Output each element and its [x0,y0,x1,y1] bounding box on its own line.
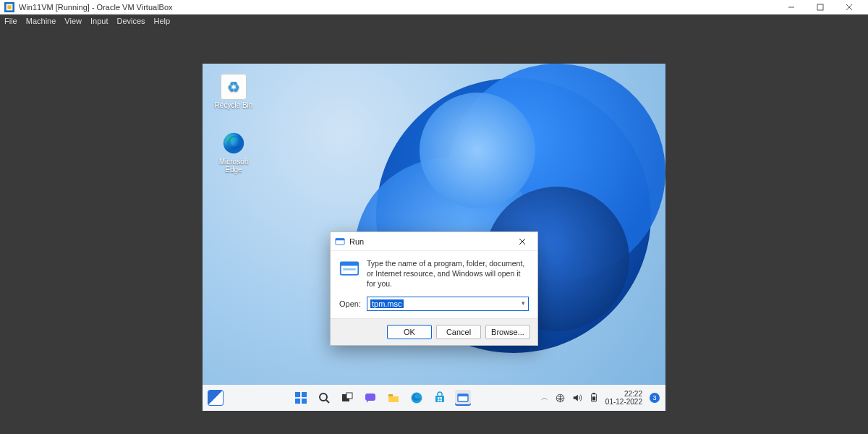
run-title-text: Run [349,237,364,246]
run-cancel-button[interactable]: Cancel [436,325,481,339]
svg-rect-16 [302,392,307,397]
menu-devices[interactable]: Devices [116,17,145,25]
vm-host-area: Recycle Bin Microsoft Edge Run Type the … [0,27,868,434]
close-button[interactable] [835,0,864,14]
run-dialog-icon [339,258,359,278]
tray-chevron-icon[interactable]: ︿ [541,393,548,403]
minimize-button[interactable] [777,0,806,14]
battery-icon[interactable] [590,393,598,403]
run-open-combobox[interactable]: tpm.msc ▾ [367,297,529,311]
desktop-icon-recycle-bin[interactable]: Recycle Bin [213,74,255,109]
desktop-icon-microsoft-edge[interactable]: Microsoft Edge [213,130,255,174]
start-button[interactable] [293,390,309,406]
svg-rect-35 [592,393,595,394]
chat-button[interactable] [362,390,378,406]
window-title: Win11VM [Running] - Oracle VM VirtualBox [19,3,173,12]
svg-rect-27 [438,397,440,399]
store-button[interactable] [432,390,448,406]
run-open-value: tpm.msc [370,299,404,308]
run-description: Type the name of a program, folder, docu… [367,258,529,289]
menu-view[interactable]: View [64,17,82,25]
taskview-icon [341,391,354,404]
edge-button[interactable] [409,390,425,406]
edge-icon [410,391,423,404]
svg-rect-28 [440,397,442,399]
desktop-icon-label: Microsoft Edge [213,158,255,174]
svg-rect-29 [438,400,440,402]
taskbar-center [223,390,541,406]
run-dialog: Run Type the name of a program, folder, … [330,231,538,346]
notification-badge[interactable]: 3 [650,393,660,403]
tray-clock[interactable]: 22:22 01-12-2022 [605,390,642,406]
desktop-icon-label: Recycle Bin [213,101,255,109]
svg-rect-15 [295,392,300,397]
svg-line-20 [326,400,329,403]
svg-rect-13 [341,262,359,265]
volume-icon[interactable] [572,393,582,403]
menu-machine[interactable]: Machine [26,17,56,25]
tray-time: 22:22 [605,390,642,398]
menu-help[interactable]: Help [154,17,171,25]
menu-file[interactable]: File [4,17,17,25]
virtualbox-menubar: File Machine View Input Devices Help [0,14,868,27]
virtualbox-icon [4,2,14,12]
virtualbox-titlebar: Win11VM [Running] - Oracle VM VirtualBox [0,0,868,14]
guest-desktop[interactable]: Recycle Bin Microsoft Edge Run Type the … [203,64,665,411]
svg-rect-26 [435,396,444,402]
run-open-label: Open: [339,299,361,308]
edge-icon [221,130,247,156]
svg-rect-30 [440,400,442,402]
svg-rect-2 [7,5,11,9]
svg-rect-36 [592,396,595,400]
search-button[interactable] [316,390,332,406]
windows-icon [294,391,307,404]
svg-rect-24 [388,394,393,396]
svg-rect-14 [343,268,356,271]
chat-icon [364,391,377,404]
taskview-button[interactable] [339,390,355,406]
run-titlebar[interactable]: Run [331,232,537,251]
chevron-down-icon[interactable]: ▾ [522,299,525,307]
taskbar-tray: ︿ 22:22 01-12-2022 3 [541,390,660,406]
maximize-button[interactable] [806,0,835,14]
store-icon [433,391,446,404]
run-close-button[interactable] [511,234,533,250]
search-icon [318,391,331,404]
svg-point-19 [320,393,327,401]
menu-input[interactable]: Input [90,17,108,25]
taskbar: ︿ 22:22 01-12-2022 3 [203,385,665,411]
svg-rect-4 [817,4,823,10]
run-taskbar-button[interactable] [455,390,471,406]
svg-rect-32 [458,394,468,396]
tray-date: 01-12-2022 [605,398,642,406]
run-icon [456,391,469,404]
svg-rect-23 [365,393,375,401]
widgets-button[interactable] [208,391,223,405]
run-ok-button[interactable]: OK [387,325,432,339]
run-browse-button[interactable]: Browse... [485,325,530,339]
explorer-button[interactable] [386,390,401,406]
svg-rect-9 [336,238,344,240]
svg-rect-18 [302,399,307,404]
folder-icon [387,391,400,404]
recycle-bin-icon [221,74,247,100]
run-titlebar-icon [335,237,345,247]
svg-rect-17 [295,399,300,404]
svg-rect-22 [346,393,352,399]
network-icon[interactable] [556,393,565,403]
